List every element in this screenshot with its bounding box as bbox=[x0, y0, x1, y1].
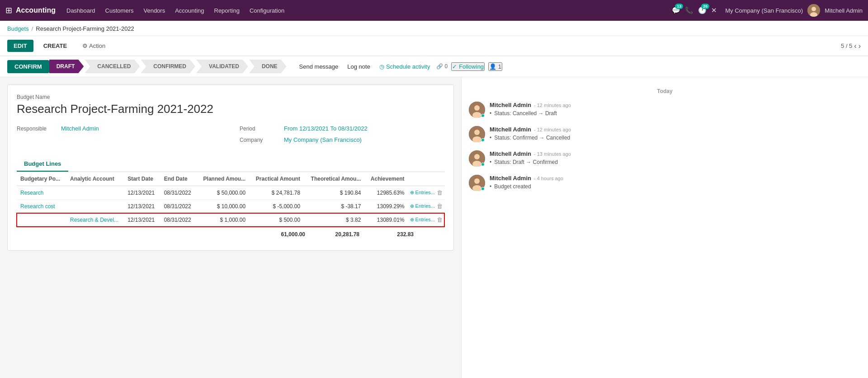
notifications-icon[interactable]: 💬 13 bbox=[672, 6, 680, 14]
message-body: Mitchell Admin - 4 hours ago •Budget cre… bbox=[490, 175, 861, 191]
company-name: My Company (San Francisco) bbox=[725, 7, 803, 14]
edit-button[interactable]: EDIT bbox=[7, 40, 33, 52]
cell-actions: ⊕ Entries... 🗑 bbox=[408, 200, 444, 213]
entries-button[interactable]: ⊕ Entries... bbox=[410, 190, 435, 196]
entries-button[interactable]: ⊕ Entries... bbox=[410, 203, 435, 209]
table-footer: 61,000.00 20,281.78 232.83 bbox=[17, 227, 444, 241]
pipeline-done[interactable]: DONE bbox=[249, 60, 287, 73]
col-analytic: Analytic Account bbox=[66, 172, 124, 186]
cell-analytic[interactable]: Research & Devel... bbox=[66, 213, 124, 227]
cell-budgetary[interactable]: Research bbox=[17, 186, 66, 200]
status-pipeline: DRAFT CANCELLED CONFIRMED VALIDATED DONE bbox=[49, 60, 288, 73]
nav-menu: Dashboard Customers Vendors Accounting R… bbox=[62, 5, 669, 16]
svg-point-1 bbox=[811, 7, 816, 11]
cell-budgetary[interactable] bbox=[17, 213, 66, 227]
nav-configuration[interactable]: Configuration bbox=[245, 5, 289, 16]
message-author: Mitchell Admin bbox=[490, 126, 531, 133]
period-field: Period From 12/13/2021 To 08/31/2022 bbox=[240, 125, 444, 132]
following-button[interactable]: ✓ Following bbox=[451, 62, 485, 71]
send-message-button[interactable]: Send message bbox=[297, 61, 341, 72]
tabs: Budget Lines bbox=[17, 157, 444, 172]
grid-icon[interactable]: ⊞ bbox=[5, 5, 12, 15]
message-avatar bbox=[469, 150, 485, 167]
breadcrumb-current: Research Project-Farming 2021-2022 bbox=[36, 25, 134, 32]
nav-accounting[interactable]: Accounting bbox=[170, 5, 208, 16]
nav-vendors[interactable]: Vendors bbox=[139, 5, 170, 16]
cell-theoretical: $ 3.82 bbox=[304, 213, 364, 227]
chatter-message: Mitchell Admin - 13 minutes ago •Status:… bbox=[469, 150, 861, 167]
message-header: Mitchell Admin - 12 minutes ago bbox=[490, 126, 861, 133]
prev-page-button[interactable]: ‹ bbox=[854, 42, 856, 50]
confirm-button[interactable]: CONFIRM bbox=[7, 60, 49, 73]
create-button[interactable]: CREATE bbox=[37, 40, 73, 52]
table-row: Research 12/13/2021 08/31/2022 $ 50,000.… bbox=[17, 186, 444, 200]
user-name[interactable]: Mitchell Admin bbox=[825, 7, 863, 14]
delete-button[interactable]: 🗑 bbox=[437, 203, 443, 210]
breadcrumb-separator: / bbox=[32, 25, 33, 32]
clock-icon[interactable]: 🕐 26 bbox=[698, 6, 707, 14]
delete-button[interactable]: 🗑 bbox=[437, 216, 443, 223]
notification-badge: 13 bbox=[675, 4, 683, 9]
company-value[interactable]: My Company (San Francisco) bbox=[284, 136, 362, 143]
phone-icon[interactable]: 📞 bbox=[685, 6, 693, 14]
people-icon: 👤 bbox=[489, 63, 496, 70]
message-body: Mitchell Admin - 13 minutes ago •Status:… bbox=[490, 150, 861, 167]
tab-budget-lines[interactable]: Budget Lines bbox=[17, 157, 68, 172]
cell-budgetary[interactable]: Research cost bbox=[17, 200, 66, 213]
cell-achievement: 13099.29% bbox=[364, 200, 408, 213]
user-avatar[interactable] bbox=[807, 4, 820, 17]
log-note-button[interactable]: Log note bbox=[344, 61, 373, 72]
cell-actions: ⊕ Entries... 🗑 bbox=[408, 213, 444, 227]
chatter-message: Mitchell Admin - 12 minutes ago •Status:… bbox=[469, 102, 861, 118]
budget-title: Research Project-Farming 2021-2022 bbox=[17, 102, 444, 116]
schedule-activity-button[interactable]: ◷ Schedule activity bbox=[377, 61, 433, 72]
message-time: - 4 hours ago bbox=[534, 176, 563, 181]
pipeline-draft[interactable]: DRAFT bbox=[49, 60, 84, 73]
nav-customers[interactable]: Customers bbox=[101, 5, 138, 16]
breadcrumb-parent[interactable]: Budgets bbox=[7, 25, 29, 32]
online-indicator bbox=[481, 187, 485, 191]
delete-button[interactable]: 🗑 bbox=[437, 189, 443, 196]
svg-point-10 bbox=[474, 154, 480, 159]
company-label: Company bbox=[240, 137, 280, 143]
cell-analytic[interactable] bbox=[66, 186, 124, 200]
message-header: Mitchell Admin - 4 hours ago bbox=[490, 175, 861, 182]
nav-icons: 💬 13 📞 🕐 26 ✕ My Company (San Francisco)… bbox=[672, 4, 863, 17]
col-end-date: End Date bbox=[160, 172, 197, 186]
period-value[interactable]: From 12/13/2021 To 08/31/2022 bbox=[284, 125, 368, 132]
schedule-icon: ◷ bbox=[379, 63, 384, 70]
people-count-button[interactable]: 👤 1 bbox=[488, 62, 502, 71]
period-label: Period bbox=[240, 126, 280, 132]
message-content: •Status: Confirmed → Cancelled bbox=[490, 135, 861, 141]
table-row: Research & Devel... 12/13/2021 08/31/202… bbox=[17, 213, 444, 227]
settings-icon[interactable]: ✕ bbox=[711, 6, 717, 14]
form-fields: Responsible Mitchell Admin Period From 1… bbox=[17, 125, 444, 148]
cell-practical: $ 24,781.78 bbox=[249, 186, 304, 200]
pipeline-cancelled[interactable]: CANCELLED bbox=[85, 60, 140, 73]
app-logo[interactable]: ⊞ Accounting bbox=[5, 5, 56, 15]
table-row: Research cost 12/13/2021 08/31/2022 $ 10… bbox=[17, 200, 444, 213]
cell-end-date: 08/31/2022 bbox=[160, 186, 197, 200]
responsible-value[interactable]: Mitchell Admin bbox=[61, 125, 99, 132]
online-indicator bbox=[481, 163, 485, 166]
cell-analytic[interactable] bbox=[66, 200, 124, 213]
clock-badge: 26 bbox=[701, 4, 709, 9]
pipeline-confirmed[interactable]: CONFIRMED bbox=[141, 60, 195, 73]
next-page-button[interactable]: › bbox=[859, 42, 861, 50]
message-header: Mitchell Admin - 13 minutes ago bbox=[490, 150, 861, 157]
chatter-toolbar: Send message Log note ◷ Schedule activit… bbox=[297, 61, 861, 72]
right-fields: Period From 12/13/2021 To 08/31/2022 Com… bbox=[240, 125, 444, 148]
attachment-count: 🔗 0 bbox=[436, 63, 448, 70]
cell-planned: $ 50,000.00 bbox=[197, 186, 249, 200]
message-author: Mitchell Admin bbox=[490, 175, 531, 182]
chatter-area: Today Mitchell Admin - 12 minutes ago •S… bbox=[461, 77, 868, 378]
nav-reporting[interactable]: Reporting bbox=[210, 5, 244, 16]
cell-theoretical: $ -38.17 bbox=[304, 200, 364, 213]
svg-point-4 bbox=[474, 105, 480, 111]
check-icon: ✓ bbox=[452, 63, 457, 70]
nav-dashboard[interactable]: Dashboard bbox=[62, 5, 100, 16]
breadcrumb: Budgets / Research Project-Farming 2021-… bbox=[7, 25, 861, 32]
action-button[interactable]: ⚙ Action bbox=[77, 40, 111, 52]
pipeline-validated[interactable]: VALIDATED bbox=[196, 60, 248, 73]
entries-button[interactable]: ⊕ Entries... bbox=[410, 217, 435, 223]
